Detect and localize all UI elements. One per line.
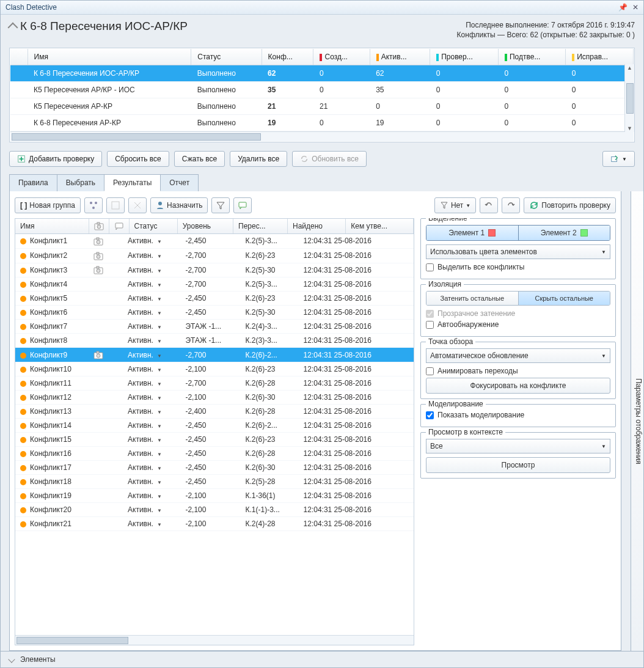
tests-col-header[interactable]: Подтве...	[498, 49, 565, 65]
results-col-header[interactable]: Имя	[15, 219, 89, 234]
items-panel-header[interactable]: Элементы	[1, 651, 643, 667]
none-filter-button[interactable]: Нет▼	[434, 197, 476, 213]
results-col-header[interactable]	[109, 219, 129, 234]
highlight-group: Выделение Элемент 1 Элемент 2 Использова…	[420, 218, 616, 279]
results-row[interactable]: Конфликт12 Активн.▼ -2,100К.2(6)-3012:04…	[15, 391, 414, 405]
results-row[interactable]: Конфликт18 Активн.▼ -2,450К.2(5)-2812:04…	[15, 475, 414, 489]
group-remove-button[interactable]	[106, 197, 125, 213]
settings-button[interactable]	[211, 197, 230, 213]
funnel-icon	[440, 201, 448, 210]
results-row[interactable]: Конфликт11 Активн.▼ -2,700К.2(6)-2812:04…	[15, 376, 414, 391]
tests-col-header[interactable]: Созд...	[313, 49, 370, 65]
transparent-dim-checkbox[interactable]: Прозрачное затенение	[426, 309, 610, 318]
tab-0[interactable]: Правила	[9, 174, 57, 191]
assign-button[interactable]: Назначить	[150, 197, 208, 213]
item1-button[interactable]: Элемент 1	[426, 226, 518, 240]
results-row[interactable]: Конфликт5 Активн.▼ -2,450К.2(6)-2312:04:…	[15, 292, 414, 306]
hide-other-button[interactable]: Скрыть остальные	[518, 292, 610, 305]
animate-checkbox[interactable]: Анимировать переходы	[426, 367, 610, 375]
item1-color-swatch	[488, 229, 496, 237]
status-dot-icon	[20, 338, 26, 344]
results-row[interactable]: Конфликт13 Активн.▼ -2,400К.2(6)-2812:04…	[15, 405, 414, 419]
results-row[interactable]: Конфликт6 Активн.▼ -2,450К.2(5)-3012:04:…	[15, 306, 414, 320]
tests-row[interactable]: К 6-8 Пересечения ИОС-АР/КРВыполнено6206…	[10, 65, 634, 82]
results-row[interactable]: Конфликт17 Активн.▼ -2,450К.2(6)-3012:04…	[15, 461, 414, 475]
highlight-all-checkbox[interactable]: Выделить все конфликты	[426, 263, 610, 271]
tests-col-header[interactable]: Исправ...	[566, 49, 634, 65]
group-clear-button[interactable]	[128, 197, 147, 213]
tests-row[interactable]: К5 Пересечения АР-КРВыполнено21210000	[10, 98, 634, 115]
svg-point-6	[158, 202, 162, 205]
svg-rect-11	[115, 223, 123, 228]
tests-col-header[interactable]: Конф...	[262, 49, 313, 65]
export-button[interactable]: ▼	[602, 151, 635, 167]
camera-icon	[93, 237, 103, 246]
show-sim-checkbox[interactable]: Показать моделирование	[426, 411, 610, 419]
status-dot-icon	[20, 381, 26, 387]
tests-col-header[interactable]: Актив...	[370, 49, 430, 65]
results-row[interactable]: Конфликт7 Активн.▼ ЭТАЖ -1...К.2(4)-3...…	[15, 320, 414, 334]
status-dot-icon	[20, 353, 26, 359]
results-row[interactable]: Конфликт14 Активн.▼ -2,450К.2(6)-2...12:…	[15, 419, 414, 433]
item2-button[interactable]: Элемент 2	[518, 226, 610, 240]
results-h-scrollbar[interactable]	[15, 635, 414, 645]
results-row[interactable]: Конфликт9 Активн.▼ -2,700К.2(6)-2...12:0…	[15, 348, 414, 362]
tests-row[interactable]: К 6-8 Пересечения АР-КРВыполнено19019000	[10, 115, 634, 131]
display-settings-tab[interactable]: Параметры отображения	[631, 191, 643, 651]
tests-table-wrap: ИмяСтатусКонф...Созд...Актив...Провер...…	[9, 48, 635, 142]
tests-h-scrollbar[interactable]	[10, 131, 634, 141]
group-clear-icon	[133, 200, 142, 210]
results-table[interactable]: ИмяСтатусУровеньПерес...НайденоКем утве.…	[15, 219, 414, 234]
results-row[interactable]: Конфликт19 Активн.▼ -2,100К.1-36(1)12:04…	[15, 489, 414, 503]
focus-button[interactable]: Фокусировать на конфликте	[426, 378, 610, 394]
viewpoint-mode-dropdown[interactable]: Автоматическое обновление▼	[426, 348, 610, 363]
redo-button[interactable]	[502, 197, 520, 213]
status-dot-icon	[20, 367, 26, 373]
results-col-header[interactable]: Перес...	[233, 219, 288, 234]
results-col-header[interactable]: Кем утве...	[346, 219, 414, 234]
results-col-header[interactable]	[89, 219, 109, 234]
results-row[interactable]: Конфликт16 Активн.▼ -2,450К.2(6)-2812:04…	[15, 447, 414, 461]
add-test-button[interactable]: Добавить проверку	[9, 151, 102, 167]
context-dropdown[interactable]: Все▼	[426, 439, 610, 453]
view-button[interactable]: Просмотр	[426, 457, 610, 473]
status-dot-icon	[20, 296, 26, 302]
comment-button[interactable]	[233, 197, 252, 213]
close-icon[interactable]: ✕	[632, 3, 639, 12]
tests-col-header[interactable]: Имя	[27, 49, 191, 65]
tests-table[interactable]: ИмяСтатусКонф...Созд...Актив...Провер...…	[10, 49, 634, 131]
compact-all-button[interactable]: Сжать все	[174, 151, 225, 167]
reset-all-button[interactable]: Сбросить все	[107, 151, 169, 167]
results-row[interactable]: Конфликт10 Активн.▼ -2,100К.2(6)-2312:04…	[15, 362, 414, 376]
results-col-header[interactable]: Статус	[129, 219, 177, 234]
tests-row[interactable]: К5 Пересечения АР/КР - ИОСВыполнено35035…	[10, 82, 634, 98]
auto-reveal-checkbox[interactable]: Автообнаружение	[426, 320, 610, 329]
new-group-button[interactable]: [ ]Новая группа	[15, 197, 81, 213]
results-row[interactable]: Конфликт3 Активн.▼ -2,700К.2(5)-3012:04:…	[15, 263, 414, 277]
results-col-header[interactable]: Уровень	[177, 219, 233, 234]
tests-col-header[interactable]: Статус	[191, 49, 262, 65]
tests-col-header[interactable]: Провер...	[430, 49, 499, 65]
results-row[interactable]: Конфликт2 Активн.▼ -2,700К.2(6)-2312:04:…	[15, 248, 414, 263]
pin-icon[interactable]: 📌	[618, 3, 628, 12]
results-row[interactable]: Конфликт21 Активн.▼ -2,100К.2(4)-2812:04…	[15, 517, 414, 531]
results-row[interactable]: Конфликт8 Активн.▼ ЭТАЖ -1...К.2(3)-3...…	[15, 334, 414, 348]
undo-button[interactable]	[480, 197, 498, 213]
tests-v-scrollbar[interactable]: ▲▼	[624, 64, 634, 132]
results-row[interactable]: Конфликт4 Активн.▼ -2,700К.2(5)-3...12:0…	[15, 277, 414, 292]
color-mode-dropdown[interactable]: Использовать цвета элементов▼	[426, 244, 610, 259]
tab-1[interactable]: Выбрать	[57, 174, 104, 191]
results-row[interactable]: Конфликт15 Активн.▼ -2,450К.2(6)-2312:04…	[15, 433, 414, 447]
tab-2[interactable]: Результаты	[104, 174, 161, 191]
update-all-button[interactable]: Обновить все	[292, 151, 367, 167]
results-col-header[interactable]: Найдено	[288, 219, 346, 234]
results-row[interactable]: Конфликт20 Активн.▼ -2,100К.1(-1)-3...12…	[15, 503, 414, 517]
results-row[interactable]: Конфликт1 Активн.▼ -2,450К.2(5)-3...12:0…	[15, 234, 414, 248]
delete-all-button[interactable]: Удалить все	[230, 151, 287, 167]
tab-3[interactable]: Отчет	[160, 174, 199, 191]
dim-other-button[interactable]: Затенить остальные	[426, 292, 518, 305]
group-explode-button[interactable]	[84, 197, 103, 213]
rerun-button[interactable]: Повторить проверку	[524, 197, 616, 213]
isolation-group: Изоляция Затенить остальные Скрыть остал…	[420, 284, 616, 337]
status-dot-icon	[20, 324, 26, 330]
